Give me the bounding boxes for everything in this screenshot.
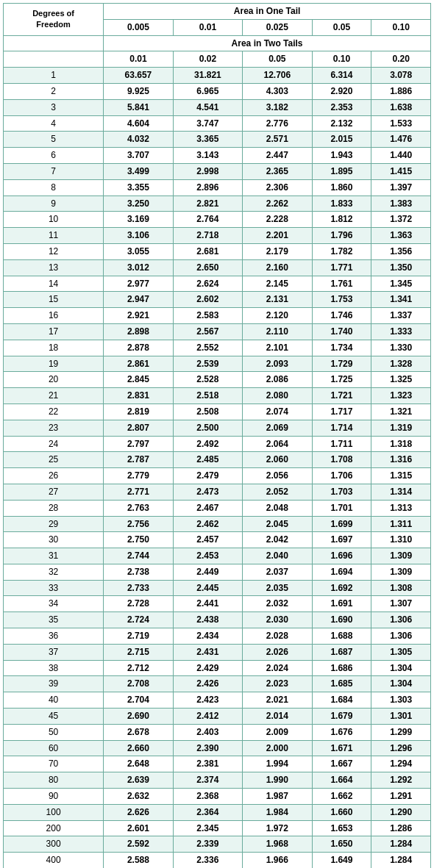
data-cell-col2: 2.423 [173, 692, 242, 709]
data-cell-col2: 2.457 [173, 532, 242, 548]
data-cell-col4: 1.653 [312, 820, 371, 836]
data-cell-col4: 1.690 [312, 612, 371, 628]
data-cell-col2: 2.441 [173, 596, 242, 612]
data-cell-col4: 1.943 [312, 148, 371, 164]
data-cell-col4: 1.688 [312, 628, 371, 645]
data-cell-col1: 2.588 [104, 853, 173, 868]
data-cell-col5: 1.313 [371, 500, 431, 516]
data-cell-col4: 1.701 [312, 500, 371, 516]
df-cell: 13 [4, 259, 104, 276]
data-cell-col3: 2.035 [243, 580, 312, 596]
df-cell: 100 [4, 804, 104, 820]
data-cell-col2: 2.583 [173, 308, 242, 324]
df-cell: 21 [4, 388, 104, 404]
table-row: 322.7382.4492.0371.6941.309 [4, 564, 431, 580]
data-cell-col5: 1.341 [371, 292, 431, 308]
df-cell: 12 [4, 243, 104, 259]
data-cell-col2: 6.965 [173, 83, 242, 99]
data-cell-col1: 3.499 [104, 163, 173, 179]
data-cell-col3: 1.987 [243, 789, 312, 805]
data-cell-col3: 2.160 [243, 259, 312, 276]
table-row: 302.7502.4572.0421.6971.310 [4, 532, 431, 548]
data-cell-col2: 2.896 [173, 179, 242, 196]
data-cell-col2: 3.365 [173, 132, 242, 148]
data-cell-col3: 2.021 [243, 692, 312, 709]
data-cell-col2: 2.567 [173, 323, 242, 340]
df-cell: 37 [4, 644, 104, 660]
data-cell-col4: 1.703 [312, 484, 371, 500]
data-cell-col4: 1.676 [312, 724, 371, 740]
df-cell: 38 [4, 660, 104, 676]
data-cell-col4: 1.729 [312, 356, 371, 372]
data-cell-col4: 1.796 [312, 228, 371, 244]
data-cell-col1: 2.807 [104, 420, 173, 436]
table-row: 182.8782.5522.1011.7341.330 [4, 340, 431, 356]
two-tail-label: Area in Two Tails [104, 35, 431, 51]
df-cell: 27 [4, 484, 104, 500]
table-row: 362.7192.4342.0281.6881.306 [4, 628, 431, 645]
data-cell-col5: 1.314 [371, 484, 431, 500]
df-cell: 32 [4, 564, 104, 580]
data-cell-col1: 2.708 [104, 676, 173, 692]
data-cell-col1: 2.660 [104, 740, 173, 756]
data-cell-col1: 2.715 [104, 644, 173, 660]
data-cell-col1: 2.898 [104, 323, 173, 340]
df-cell: 70 [4, 756, 104, 772]
data-cell-col2: 2.485 [173, 452, 242, 468]
data-cell-col5: 1.350 [371, 259, 431, 276]
table-row: 29.9256.9654.3032.9201.886 [4, 83, 431, 99]
table-row: 123.0552.6812.1791.7821.356 [4, 243, 431, 259]
data-cell-col4: 1.660 [312, 804, 371, 820]
data-cell-col3: 2.571 [243, 132, 312, 148]
df-cell: 19 [4, 356, 104, 372]
data-cell-col5: 1.397 [371, 179, 431, 196]
two-tail-col5: 0.20 [371, 51, 431, 68]
data-cell-col4: 1.671 [312, 740, 371, 756]
data-cell-col1: 2.845 [104, 372, 173, 388]
table-row: 172.8982.5672.1101.7401.333 [4, 323, 431, 340]
df-cell: 3 [4, 99, 104, 115]
data-cell-col4: 1.691 [312, 596, 371, 612]
data-cell-col5: 1.638 [371, 99, 431, 115]
data-cell-col2: 2.500 [173, 420, 242, 436]
data-cell-col4: 1.679 [312, 709, 371, 725]
data-cell-col2: 2.381 [173, 756, 242, 772]
data-cell-col3: 2.014 [243, 709, 312, 725]
data-cell-col4: 1.697 [312, 532, 371, 548]
data-cell-col3: 2.042 [243, 532, 312, 548]
data-cell-col2: 2.462 [173, 516, 242, 532]
data-cell-col1: 2.921 [104, 308, 173, 324]
data-cell-col3: 2.145 [243, 276, 312, 292]
df-cell: 400 [4, 853, 104, 868]
data-cell-col2: 2.434 [173, 628, 242, 645]
data-cell-col2: 2.345 [173, 820, 242, 836]
data-cell-col2: 2.426 [173, 676, 242, 692]
table-row: 342.7282.4412.0321.6911.307 [4, 596, 431, 612]
data-cell-col5: 1.476 [371, 132, 431, 148]
data-cell-col4: 2.353 [312, 99, 371, 115]
data-cell-col4: 1.667 [312, 756, 371, 772]
table-row: 502.6782.4032.0091.6761.299 [4, 724, 431, 740]
table-row: 702.6482.3811.9941.6671.294 [4, 756, 431, 772]
data-cell-col1: 2.690 [104, 709, 173, 725]
data-cell-col3: 2.040 [243, 548, 312, 564]
data-cell-col5: 1.310 [371, 532, 431, 548]
data-cell-col2: 2.473 [173, 484, 242, 500]
data-cell-col3: 2.026 [243, 644, 312, 660]
df-cell: 200 [4, 820, 104, 836]
data-cell-col1: 2.639 [104, 772, 173, 789]
data-cell-col1: 2.771 [104, 484, 173, 500]
data-cell-col3: 1.994 [243, 756, 312, 772]
data-cell-col2: 2.467 [173, 500, 242, 516]
data-cell-col1: 63.657 [104, 68, 173, 84]
data-cell-col1: 2.724 [104, 612, 173, 628]
data-cell-col2: 2.479 [173, 468, 242, 484]
data-cell-col5: 1.306 [371, 628, 431, 645]
data-cell-col5: 1.311 [371, 516, 431, 532]
data-cell-col2: 2.368 [173, 789, 242, 805]
data-cell-col5: 1.415 [371, 163, 431, 179]
data-cell-col3: 2.131 [243, 292, 312, 308]
table-row: 35.8414.5413.1822.3531.638 [4, 99, 431, 115]
table-row: 103.1692.7642.2281.8121.372 [4, 212, 431, 228]
data-cell-col1: 2.797 [104, 436, 173, 452]
